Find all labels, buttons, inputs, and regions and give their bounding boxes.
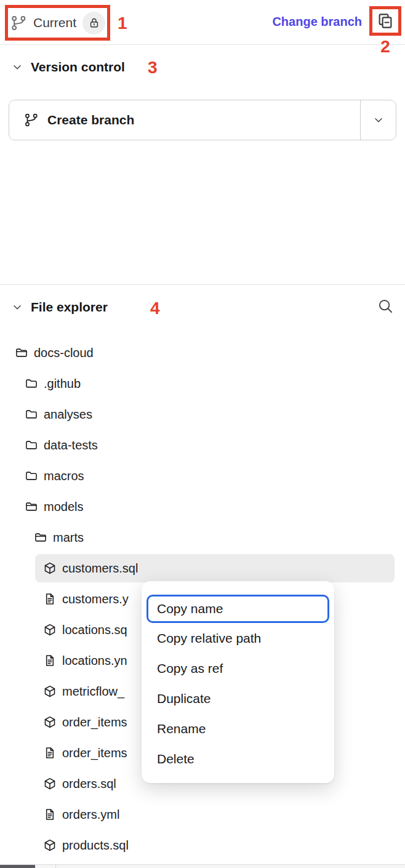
git-branch-icon	[10, 15, 27, 31]
change-branch-link[interactable]: Change branch	[272, 15, 362, 29]
copy-icon	[376, 12, 395, 30]
model-cube-icon	[43, 838, 57, 852]
horizontal-scrollbar	[0, 864, 405, 868]
model-cube-icon	[43, 561, 57, 575]
annotation-number-4: 4	[150, 299, 160, 318]
tree-item-customers-sql[interactable]: customers.sql	[0, 553, 405, 584]
tree-item-orders-yml[interactable]: orders.yml	[0, 799, 405, 830]
git-branch-icon	[24, 113, 39, 127]
folder-icon	[25, 408, 38, 421]
tree-item-data-tests[interactable]: data-tests	[0, 430, 405, 460]
menu-item-copy-as-ref[interactable]: Copy as ref	[146, 653, 329, 683]
tree-item-label: .github	[44, 377, 81, 391]
tree-item-label: macros	[44, 469, 84, 483]
annotation-number-3: 3	[148, 58, 158, 78]
model-cube-icon	[43, 715, 57, 729]
tree-item-label: analyses	[44, 408, 92, 422]
create-branch-dropdown-toggle[interactable]	[360, 100, 396, 140]
tree-item-marts[interactable]: marts	[0, 522, 405, 553]
tree-item-label: locations.sq	[62, 623, 127, 637]
create-branch-button[interactable]: Create branch	[9, 100, 360, 140]
tree-item-label: customers.sql	[62, 561, 138, 576]
document-icon	[43, 808, 57, 821]
tree-item-label: products.sql	[62, 838, 129, 853]
model-cube-icon	[43, 685, 57, 698]
folder-open-icon	[34, 531, 47, 544]
tree-item-label: data-tests	[44, 438, 98, 452]
bottom-panel-divider	[55, 865, 56, 868]
tree-item-label: marts	[53, 531, 84, 545]
menu-item-delete[interactable]: Delete	[146, 744, 329, 774]
chevron-down-icon	[372, 114, 385, 126]
tree-item-analyses[interactable]: analyses	[0, 399, 405, 430]
file-context-menu: Copy name Copy relative path Copy as ref…	[142, 581, 334, 783]
menu-item-copy-relative-path[interactable]: Copy relative path	[146, 623, 329, 653]
folder-open-icon	[25, 500, 38, 513]
tree-item-label: orders.yml	[62, 808, 119, 822]
file-search-button[interactable]	[377, 297, 395, 316]
tree-item-label: locations.yn	[62, 654, 127, 668]
folder-open-icon	[15, 346, 28, 360]
menu-item-rename[interactable]: Rename	[146, 713, 329, 744]
tree-item-label: orders.sql	[62, 777, 116, 791]
branch-toolbar: Current Change branch	[0, 0, 405, 45]
current-branch-label: Current	[33, 15, 76, 30]
scrollbar-thumb[interactable]	[0, 865, 35, 868]
tree-item-label: models	[44, 500, 83, 514]
tree-item-macros[interactable]: macros	[0, 460, 405, 491]
section-divider	[0, 284, 405, 285]
file-explorer-title: File explorer	[31, 300, 108, 315]
tree-item-label: order_items	[62, 746, 127, 760]
tree-item-label: metricflow_	[62, 685, 124, 699]
menu-item-copy-name[interactable]: Copy name	[146, 595, 329, 623]
version-control-title: Version control	[31, 60, 125, 74]
branch-locked-badge	[82, 12, 105, 34]
folder-icon	[25, 438, 38, 452]
current-branch-button[interactable]: Current	[10, 5, 105, 41]
lock-icon	[88, 17, 100, 29]
chevron-down-icon[interactable]	[11, 61, 23, 73]
model-cube-icon	[43, 623, 57, 637]
tree-item-github[interactable]: .github	[0, 368, 405, 399]
create-branch-split-button: Create branch	[9, 100, 396, 140]
copy-files-button[interactable]	[369, 6, 401, 36]
version-control-header[interactable]: Version control	[11, 58, 125, 76]
file-explorer-header[interactable]: File explorer	[11, 298, 108, 316]
tree-item-label: order_items	[62, 715, 127, 729]
document-icon	[43, 746, 57, 760]
search-icon	[377, 297, 394, 315]
chevron-down-icon[interactable]	[11, 301, 23, 313]
tree-item-label: docs-cloud	[34, 346, 94, 360]
folder-icon	[25, 469, 38, 483]
create-branch-label: Create branch	[47, 113, 134, 127]
tree-item-products-sql[interactable]: products.sql	[0, 830, 405, 861]
folder-icon	[25, 377, 38, 390]
tree-item-models[interactable]: models	[0, 491, 405, 522]
document-icon	[43, 592, 57, 606]
document-icon	[43, 654, 57, 667]
tree-item-docs-cloud[interactable]: docs-cloud	[0, 337, 405, 368]
model-cube-icon	[43, 777, 57, 790]
tree-item-label: customers.y	[62, 592, 129, 606]
menu-item-duplicate[interactable]: Duplicate	[146, 683, 329, 713]
